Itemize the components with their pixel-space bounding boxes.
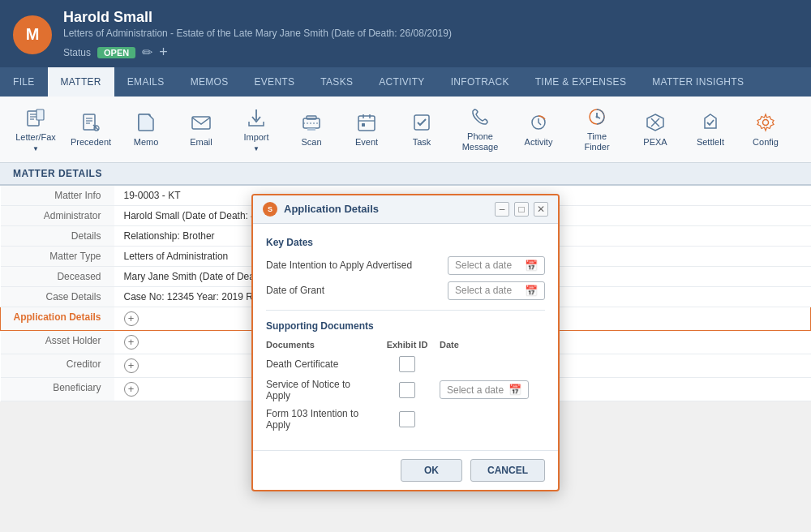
import-button[interactable]: Import ▼ bbox=[230, 102, 282, 157]
time-finder-button[interactable]: TimeFinder bbox=[568, 101, 626, 157]
letter-fax-button[interactable]: Letter/Fax ▼ bbox=[10, 102, 62, 157]
svg-rect-13 bbox=[307, 116, 316, 119]
form103-exhibit bbox=[375, 411, 440, 427]
time-finder-icon bbox=[586, 105, 608, 128]
memo-button[interactable]: Memo bbox=[120, 105, 172, 153]
add-application-details-btn[interactable]: + bbox=[124, 311, 139, 326]
calendar-icon: 📅 bbox=[525, 260, 538, 272]
modal-divider bbox=[266, 310, 545, 311]
calendar-icon-2: 📅 bbox=[525, 285, 538, 297]
add-asset-holder-btn[interactable]: + bbox=[124, 335, 139, 350]
email-icon bbox=[190, 111, 212, 134]
svg-rect-16 bbox=[358, 116, 375, 131]
phone-message-button[interactable]: PhoneMessage bbox=[451, 101, 509, 157]
memo-icon bbox=[135, 111, 157, 134]
date2-row: Date of Grant Select a date 📅 bbox=[266, 281, 545, 300]
deceased-label: Deceased bbox=[1, 266, 114, 286]
svg-rect-11 bbox=[192, 117, 210, 129]
tab-events[interactable]: EVENTS bbox=[241, 67, 307, 97]
tab-matter-insights[interactable]: MATTER INSIGHTS bbox=[639, 67, 757, 97]
modal-title-text: Application Details bbox=[284, 203, 379, 215]
pexa-button[interactable]: PEXA bbox=[629, 105, 681, 153]
add-icon[interactable]: + bbox=[159, 44, 168, 61]
activity-label: Activity bbox=[525, 137, 553, 147]
settleit-button[interactable]: SettleIt bbox=[684, 105, 736, 153]
modal-title-left: S Application Details bbox=[263, 202, 379, 217]
modal-minimize-button[interactable]: – bbox=[495, 202, 509, 217]
settleit-label: SettleIt bbox=[697, 137, 724, 147]
scan-label: Scan bbox=[301, 137, 321, 147]
date1-label: Date Intention to Apply Advertised bbox=[266, 260, 448, 271]
task-icon bbox=[410, 111, 433, 134]
details-label: Details bbox=[1, 225, 114, 246]
nav-tabs: FILE MATTER EMAILS MEMOS EVENTS TASKS AC… bbox=[0, 67, 811, 97]
scan-button[interactable]: Scan bbox=[285, 105, 337, 153]
add-creditor-btn[interactable]: + bbox=[124, 358, 139, 373]
svg-rect-15 bbox=[307, 128, 315, 131]
edit-icon[interactable]: ✏ bbox=[142, 45, 152, 60]
cancel-button[interactable]: CANCEL bbox=[470, 459, 545, 482]
tab-emails[interactable]: EMAILS bbox=[114, 67, 178, 97]
death-cert-checkbox[interactable] bbox=[399, 356, 415, 372]
tab-infotrack[interactable]: INFOTRACK bbox=[438, 67, 522, 97]
creditor-label: Creditor bbox=[1, 354, 114, 377]
import-icon bbox=[245, 106, 268, 129]
event-icon bbox=[355, 111, 378, 134]
form103-checkbox[interactable] bbox=[399, 411, 415, 427]
tab-time-expenses[interactable]: TIME & EXPENSES bbox=[522, 67, 640, 97]
tab-matter[interactable]: MATTER bbox=[48, 67, 114, 97]
letter-fax-label: Letter/Fax bbox=[15, 132, 56, 142]
docs-header: Documents Exhibit ID Date bbox=[266, 340, 545, 350]
doc-row-form103: Form 103 Intention to Apply bbox=[266, 408, 545, 431]
letter-fax-icon bbox=[24, 106, 47, 129]
main-area: Matter Info 19-0003 - KT Administrator H… bbox=[0, 186, 811, 532]
add-beneficiary-btn[interactable]: + bbox=[124, 382, 139, 397]
service-date-placeholder: Select a date bbox=[447, 384, 504, 396]
date2-picker[interactable]: Select a date 📅 bbox=[448, 281, 545, 300]
modal-close-button[interactable]: ✕ bbox=[534, 202, 548, 217]
asset-holder-label: Asset Holder bbox=[1, 330, 114, 354]
precedent-button[interactable]: Precedent bbox=[65, 105, 117, 153]
death-cert-exhibit bbox=[375, 356, 440, 372]
modal-controls: – □ ✕ bbox=[495, 202, 548, 217]
precedent-icon bbox=[79, 111, 102, 134]
col-exhibit-label: Exhibit ID bbox=[375, 340, 440, 350]
toolbar: Letter/Fax ▼ Precedent Memo Email Import… bbox=[0, 97, 811, 162]
pexa-icon bbox=[644, 111, 667, 134]
svg-rect-4 bbox=[36, 109, 44, 120]
service-notice-exhibit bbox=[375, 382, 440, 398]
supporting-docs-title: Supporting Documents bbox=[266, 320, 545, 332]
matter-info-label: Matter Info bbox=[1, 186, 114, 206]
service-notice-checkbox[interactable] bbox=[399, 382, 415, 398]
tab-tasks[interactable]: TASKS bbox=[307, 67, 366, 97]
tab-activity[interactable]: ACTIVITY bbox=[366, 67, 437, 97]
email-button[interactable]: Email bbox=[175, 105, 227, 153]
beneficiary-label: Beneficiary bbox=[1, 377, 114, 401]
config-button[interactable]: Config bbox=[740, 105, 792, 153]
matter-type-label: Matter Type bbox=[1, 246, 114, 266]
activity-button[interactable]: Activity bbox=[513, 105, 564, 153]
administrator-label: Administrator bbox=[1, 205, 114, 225]
service-notice-date-picker[interactable]: Select a date 📅 bbox=[440, 380, 529, 399]
memo-label: Memo bbox=[134, 137, 159, 147]
svg-point-27 bbox=[596, 116, 599, 118]
service-notice-date[interactable]: Select a date 📅 bbox=[440, 380, 545, 399]
matter-title: Letters of Administration - Estate of th… bbox=[63, 27, 798, 41]
status-badge: OPEN bbox=[97, 47, 135, 58]
phone-icon bbox=[469, 105, 491, 128]
config-label: Config bbox=[753, 137, 779, 147]
settleit-icon bbox=[699, 111, 722, 134]
svg-point-30 bbox=[763, 120, 769, 126]
modal-maximize-button[interactable]: □ bbox=[514, 202, 529, 217]
task-button[interactable]: Task bbox=[396, 105, 448, 153]
tab-memos[interactable]: MEMOS bbox=[178, 67, 242, 97]
date1-picker[interactable]: Select a date 📅 bbox=[448, 256, 545, 275]
application-details-label: Application Details bbox=[1, 307, 114, 330]
form103-label: Form 103 Intention to Apply bbox=[266, 408, 375, 431]
activity-icon bbox=[527, 111, 550, 134]
ok-button[interactable]: OK bbox=[401, 459, 462, 482]
tab-file[interactable]: FILE bbox=[0, 67, 48, 97]
event-button[interactable]: Event bbox=[341, 105, 393, 153]
date1-placeholder: Select a date bbox=[455, 260, 512, 271]
case-details-label: Case Details bbox=[1, 286, 114, 307]
